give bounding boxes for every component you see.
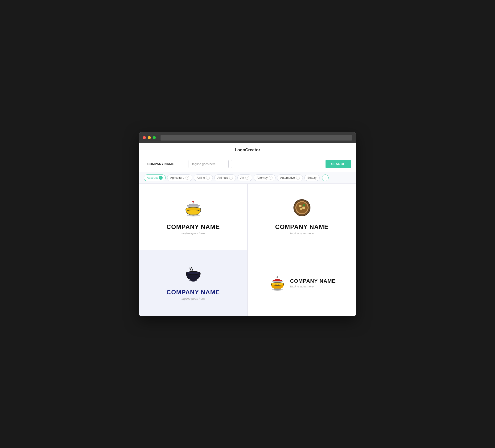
category-airline[interactable]: Airline ✓: [194, 174, 213, 181]
logo-icon-3: [184, 266, 203, 285]
category-label: Automotive: [280, 176, 295, 180]
logo-company-2: COMPANY NAME: [275, 223, 328, 231]
svg-point-20: [191, 280, 196, 281]
check-outline-icon: ✓: [269, 176, 273, 180]
minimize-button[interactable]: [148, 136, 151, 139]
category-label: Beauty: [307, 176, 316, 180]
check-outline-icon: ✓: [186, 176, 189, 180]
category-label: Art: [240, 176, 244, 180]
logo-card-2[interactable]: COMPANY NAME tagline goes here: [248, 184, 356, 250]
svg-rect-10: [302, 207, 305, 209]
category-beauty[interactable]: Beauty: [304, 175, 320, 181]
svg-rect-11: [300, 208, 302, 210]
check-outline-icon: ✓: [296, 176, 300, 180]
logo-company-3: COMPANY NAME: [166, 289, 220, 296]
keyword-input[interactable]: [231, 160, 323, 168]
category-label: Airline: [197, 176, 205, 180]
logo-icon-2: [292, 198, 311, 220]
svg-point-8: [296, 202, 308, 213]
maximize-button[interactable]: [153, 136, 156, 139]
app-title-text: LogoCreator: [235, 148, 260, 152]
category-automotive[interactable]: Automotive ✓: [277, 174, 303, 181]
logo-tagline-2: tagline goes here: [290, 232, 314, 235]
category-label: Agriculture: [170, 176, 184, 180]
search-bar: SEARCH: [139, 156, 356, 172]
svg-rect-22: [276, 276, 278, 278]
check-outline-icon: ✓: [245, 176, 249, 180]
close-button[interactable]: [143, 136, 146, 139]
company-name-input[interactable]: [144, 160, 186, 168]
check-outline-icon: ✓: [229, 176, 233, 180]
svg-point-5: [187, 214, 200, 216]
svg-point-30: [274, 289, 281, 291]
svg-point-17: [188, 272, 199, 274]
search-button[interactable]: SEARCH: [326, 160, 351, 168]
category-bar: Abstract ✓ Agriculture ✓ Airline ✓ Anima…: [139, 172, 356, 184]
category-art[interactable]: Art ✓: [237, 174, 252, 181]
category-animals[interactable]: Animals ✓: [214, 174, 236, 181]
svg-rect-9: [299, 205, 302, 207]
logo-inline-4: COMPANY NAME tagline goes here: [268, 273, 336, 294]
category-label: Animals: [217, 176, 228, 180]
category-label: Abstract: [147, 176, 158, 180]
svg-point-4: [187, 208, 200, 210]
titlebar: [139, 132, 356, 143]
check-outline-icon: ✓: [206, 176, 210, 180]
logo-grid: COMPANY NAME tagline goes here: [139, 184, 356, 316]
logo-card-3[interactable]: COMPANY NAME tagline goes here: [139, 250, 247, 316]
app-title: LogoCreator: [139, 143, 356, 156]
logo-icon-1: [183, 198, 204, 220]
svg-rect-1: [192, 201, 194, 203]
logo-tagline-3: tagline goes here: [181, 297, 205, 300]
app-content: LogoCreator SEARCH Abstract ✓ Agricultur…: [139, 143, 356, 316]
svg-point-25: [278, 284, 279, 285]
category-label: Attorney: [257, 176, 268, 180]
logo-card-1[interactable]: COMPANY NAME tagline goes here: [139, 184, 247, 250]
logo-company-4: COMPANY NAME: [290, 278, 336, 284]
tagline-input[interactable]: [189, 160, 229, 168]
browser-window: LogoCreator SEARCH Abstract ✓ Agricultur…: [139, 132, 356, 316]
logo-card-4[interactable]: COMPANY NAME tagline goes here: [248, 250, 356, 316]
url-bar[interactable]: [161, 135, 352, 140]
category-agriculture[interactable]: Agriculture ✓: [167, 174, 192, 181]
logo-tagline-1: tagline goes here: [181, 232, 205, 235]
category-abstract[interactable]: Abstract ✓: [144, 174, 166, 181]
logo-tagline-4: tagline goes here: [290, 285, 336, 288]
logo-text-4: COMPANY NAME tagline goes here: [290, 278, 336, 288]
logo-company-1: COMPANY NAME: [166, 223, 220, 231]
category-attorney[interactable]: Attorney ✓: [254, 174, 276, 181]
next-categories-button[interactable]: →: [322, 174, 329, 181]
check-icon: ✓: [159, 176, 163, 180]
logo-icon-4: [268, 273, 287, 294]
